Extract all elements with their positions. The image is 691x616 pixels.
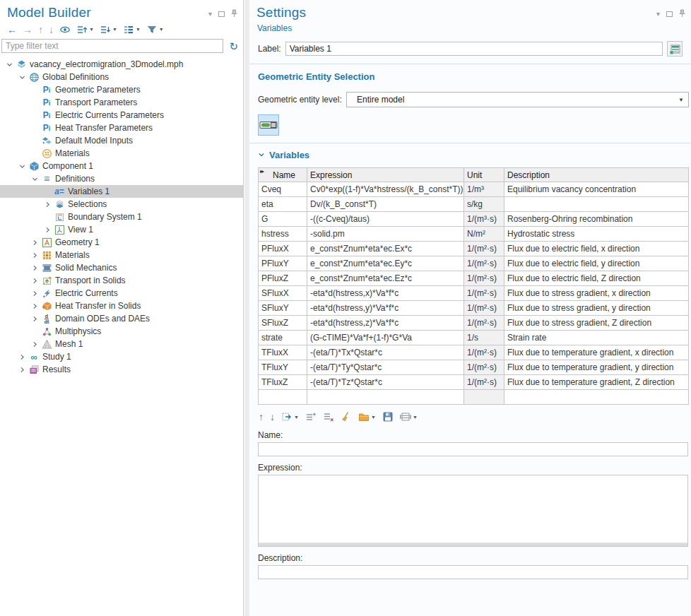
move-down-button[interactable]: ↓ (269, 412, 276, 422)
dropdown-caret-icon[interactable]: ▼ (89, 27, 94, 32)
cell-name[interactable]: G (259, 212, 307, 227)
cell-unit[interactable]: 1/(m³·s) (464, 212, 504, 227)
cell-name[interactable]: TFluxZ (259, 375, 307, 390)
cell-description[interactable] (504, 197, 689, 212)
variable-row-pfluxx[interactable]: PFluxXe_const*Znum*eta*ec.Ex*c1/(m²·s)Fl… (259, 242, 689, 256)
chevron-collapsed-icon[interactable] (30, 250, 40, 260)
tree-item-transport-parameters[interactable]: PiTransport Parameters (0, 96, 243, 109)
cell-name[interactable]: SFluxX (259, 286, 307, 301)
back-button[interactable]: ← (6, 24, 18, 35)
variable-row-tfluxy[interactable]: TFluxY-(eta/T)*Ty*Qstar*c1/(m²·s)Flux du… (259, 360, 689, 375)
cell-unit[interactable]: 1/m³ (464, 182, 504, 197)
tree-item-default-model-inputs[interactable]: Default Model Inputs (0, 134, 243, 147)
cell-description[interactable]: Flux due to electric field, Z direction (504, 271, 689, 286)
cell-expression[interactable]: e_const*Znum*eta*ec.Ey*c (307, 256, 464, 271)
cell-expression[interactable]: -eta*d(hstress,y)*Va*f*c (307, 301, 464, 316)
variable-row-sfluxx[interactable]: SFluxX-eta*d(hstress,x)*Va*f*c1/(m²·s)Fl… (259, 286, 689, 301)
cell-name[interactable]: eta (259, 197, 307, 212)
cell-description[interactable]: Hydrostatic stress (504, 227, 689, 242)
cell-name[interactable] (259, 390, 307, 405)
add-row-button[interactable] (305, 411, 317, 422)
variable-row-pfluxy[interactable]: PFluxYe_const*Znum*eta*ec.Ey*c1/(m²·s)Fl… (259, 256, 689, 271)
cell-unit[interactable]: 1/(m²·s) (464, 286, 504, 301)
cell-unit[interactable]: 1/(m²·s) (464, 242, 504, 256)
tree-item-boundary-system-1[interactable]: Boundary System 1 (0, 211, 243, 223)
move-down-button[interactable]: ↓ (47, 24, 55, 35)
description-input[interactable] (258, 565, 688, 579)
chevron-collapsed-icon[interactable] (30, 276, 40, 285)
variable-row-cveq[interactable]: CveqCv0*exp((1-f)*Va*hstress/(k_B_const*… (259, 182, 689, 197)
cell-unit[interactable]: 1/(m²·s) (464, 256, 504, 271)
chevron-collapsed-icon[interactable] (30, 237, 40, 247)
cell-description[interactable]: Flux due to stress gradient, x direction (504, 286, 689, 301)
cell-unit[interactable]: s/kg (464, 197, 504, 212)
clear-table-button[interactable] (340, 411, 353, 422)
load-from-file-button[interactable]: ▼ (358, 411, 377, 422)
cell-name[interactable]: Cveq (259, 182, 307, 197)
tree-item-heat-transfer-in-solids[interactable]: Heat Transfer in Solids (0, 300, 243, 312)
move-up-button[interactable]: ↑ (258, 412, 264, 422)
tree-item-study-1[interactable]: ∞Study 1 (0, 350, 243, 363)
table-settings-button[interactable]: ▼ (399, 411, 418, 422)
cell-unit[interactable]: 1/(m²·s) (464, 316, 504, 331)
cell-description[interactable]: Rosenberg-Ohring recombination (504, 212, 689, 227)
tree-item-results[interactable]: Results (0, 363, 243, 376)
cell-expression[interactable]: -eta*d(hstress,x)*Va*f*c (307, 286, 464, 301)
chevron-down-icon[interactable]: ▾ (208, 11, 212, 18)
cell-expression[interactable]: (G-cTIME)*Va*f+(1-f)*G*Va (307, 331, 464, 345)
tree-item-selections[interactable]: Selections (0, 198, 243, 211)
chevron-collapsed-icon[interactable] (30, 339, 40, 349)
move-to-button[interactable]: ▼ (280, 411, 300, 422)
filter-button[interactable]: ▼ (145, 23, 165, 36)
collapse-all-button[interactable]: ▼ (75, 23, 95, 36)
delete-row-button[interactable] (322, 411, 335, 422)
refresh-icon[interactable]: ↻ (227, 41, 240, 52)
model-tree-node-text-button[interactable]: ▼ (122, 23, 142, 36)
variable-row-g[interactable]: G-((c-Cveq)/taus)1/(m³·s)Rosenberg-Ohrin… (259, 212, 689, 227)
save-to-file-button[interactable] (382, 411, 394, 422)
cell-description[interactable]: Flux due to stress gradient, Z direction (504, 316, 689, 331)
tree-item-materials[interactable]: Materials (0, 249, 243, 261)
variable-row-tfluxx[interactable]: TFluxX-(eta/T)*Tx*Qstar*c1/(m²·s)Flux du… (259, 345, 689, 360)
cell-name[interactable]: PFluxZ (259, 271, 307, 286)
settings-subtitle[interactable]: Variables (257, 23, 306, 33)
cell-name[interactable]: SFluxY (259, 301, 307, 316)
cell-expression[interactable]: -(eta/T)*Tz*Qstar*c (307, 375, 464, 390)
variable-row-tfluxz[interactable]: TFluxZ-(eta/T)*Tz*Qstar*c1/(m²·s)Flux du… (259, 375, 689, 390)
cell-expression[interactable] (307, 390, 464, 405)
cell-expression[interactable]: -(eta/T)*Ty*Qstar*c (307, 360, 464, 375)
cell-description[interactable]: Flux due to stress gradient, y direction (504, 301, 689, 316)
panel-splitter[interactable] (244, 0, 249, 616)
name-input[interactable] (258, 442, 688, 456)
chevron-collapsed-icon[interactable] (42, 199, 52, 209)
tree-item-heat-transfer-parameters[interactable]: PiHeat Transfer Parameters (0, 122, 243, 134)
dropdown-caret-icon[interactable]: ▼ (413, 415, 418, 420)
variable-row-hstress[interactable]: hstress-solid.pmN/m²Hydrostatic stress (259, 227, 689, 242)
float-icon[interactable] (666, 11, 673, 17)
cell-unit[interactable]: 1/(m²·s) (464, 301, 504, 316)
tree-item-transport-in-solids[interactable]: Transport in Solids (0, 274, 243, 287)
chevron-collapsed-icon[interactable] (30, 263, 40, 273)
cell-description[interactable]: Equilibrium vacancy concentration (504, 182, 689, 197)
chevron-expanded-icon[interactable] (30, 174, 40, 184)
chevron-collapsed-icon[interactable] (17, 365, 27, 374)
tree-item-mesh-1[interactable]: Mesh 1 (0, 338, 243, 350)
variable-row-strate[interactable]: strate(G-cTIME)*Va*f+(1-f)*G*Va1/sStrain… (259, 331, 689, 345)
dropdown-caret-icon[interactable]: ▼ (159, 27, 164, 32)
forward-button[interactable]: → (21, 24, 34, 35)
cell-description[interactable]: Flux due to temperature gradient, Z dire… (504, 375, 689, 390)
cell-unit[interactable]: 1/(m²·s) (464, 375, 504, 390)
chevron-collapsed-icon[interactable] (30, 314, 40, 324)
cell-name[interactable]: SFluxZ (259, 316, 307, 331)
dropdown-caret-icon[interactable]: ▼ (112, 27, 117, 32)
dropdown-caret-icon[interactable]: ▼ (136, 27, 141, 32)
tree-item-electric-currents-parameters[interactable]: PiElectric Currents Parameters (0, 109, 243, 122)
filter-input[interactable] (1, 39, 223, 53)
tree-item-geometric-parameters[interactable]: PiGeometric Parameters (0, 83, 243, 96)
cell-unit[interactable]: 1/s (464, 331, 504, 345)
cell-unit[interactable]: 1/(m²·s) (464, 360, 504, 375)
tree-item-view-1[interactable]: View 1 (0, 223, 243, 236)
expression-input[interactable] (258, 475, 688, 543)
chevron-collapsed-icon[interactable] (30, 301, 40, 311)
chevron-expanded-icon[interactable] (4, 59, 14, 69)
